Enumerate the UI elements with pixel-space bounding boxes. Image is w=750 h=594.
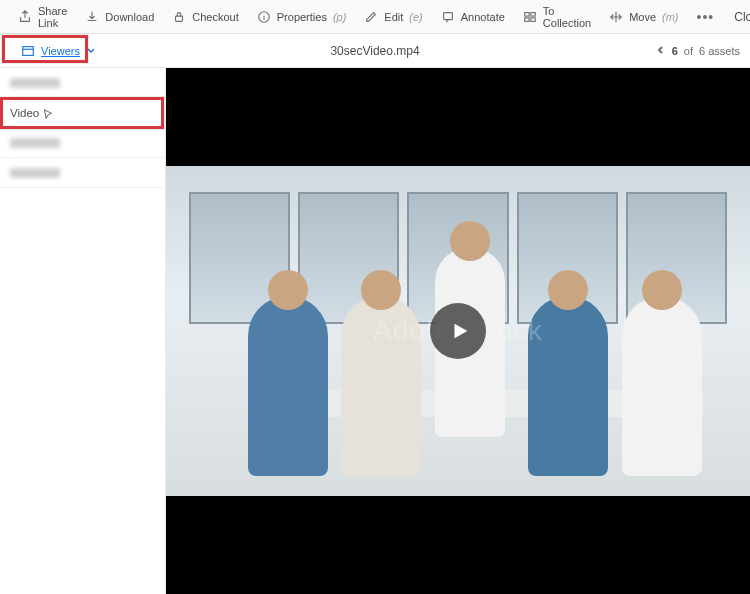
svg-rect-4 — [531, 12, 535, 16]
chevron-down-icon — [86, 46, 96, 56]
sidebar-item-4[interactable] — [0, 158, 165, 188]
move-hint: (m) — [662, 11, 679, 23]
pencil-icon — [364, 10, 378, 24]
sidebar-item-3[interactable] — [0, 128, 165, 158]
more-button[interactable]: ••• — [689, 5, 723, 29]
svg-rect-6 — [531, 17, 535, 21]
svg-rect-3 — [525, 12, 529, 16]
close-button[interactable]: Close — [726, 6, 750, 28]
share-icon — [18, 10, 32, 24]
svg-rect-5 — [525, 17, 529, 21]
sidebar-item-video[interactable]: Video — [0, 98, 165, 128]
svg-rect-7 — [23, 46, 34, 55]
asset-of: of — [684, 45, 693, 57]
share-link-button[interactable]: Share Link — [10, 1, 75, 33]
sidebar-item-video-label: Video — [10, 107, 39, 119]
share-link-label: Share Link — [38, 5, 67, 29]
download-label: Download — [105, 11, 154, 23]
collection-icon — [523, 10, 537, 24]
asset-filename: 30secVideo.mp4 — [330, 44, 419, 58]
properties-label: Properties — [277, 11, 327, 23]
to-collection-label: To Collection — [543, 5, 591, 29]
properties-button[interactable]: Properties (p) — [249, 6, 355, 28]
top-toolbar: Share Link Download Checkout Properties … — [0, 0, 750, 34]
asset-total: 6 assets — [699, 45, 740, 57]
move-icon — [609, 10, 623, 24]
viewers-sidebar: Video — [0, 68, 166, 594]
play-button[interactable] — [430, 303, 486, 359]
to-collection-button[interactable]: To Collection — [515, 1, 599, 33]
cursor-icon — [40, 108, 54, 124]
annotate-icon — [441, 10, 455, 24]
lock-icon — [172, 10, 186, 24]
move-button[interactable]: Move (m) — [601, 6, 686, 28]
asset-current: 6 — [672, 45, 678, 57]
play-icon — [449, 320, 471, 342]
properties-hint: (p) — [333, 11, 346, 23]
svg-rect-0 — [176, 16, 183, 21]
download-icon — [85, 10, 99, 24]
edit-button[interactable]: Edit (e) — [356, 6, 430, 28]
info-icon — [257, 10, 271, 24]
edit-label: Edit — [384, 11, 403, 23]
edit-hint: (e) — [409, 11, 422, 23]
annotate-button[interactable]: Annotate — [433, 6, 513, 28]
secondary-bar: Viewers 30secVideo.mp4 6 of 6 assets — [0, 34, 750, 68]
chevron-left-icon[interactable] — [656, 45, 666, 57]
video-frame: Adobe Stock — [166, 166, 750, 496]
sidebar-item-1[interactable] — [0, 68, 165, 98]
annotate-label: Annotate — [461, 11, 505, 23]
asset-counter: 6 of 6 assets — [656, 45, 740, 57]
checkout-button[interactable]: Checkout — [164, 6, 246, 28]
viewers-dropdown[interactable]: Viewers — [10, 39, 107, 63]
svg-rect-2 — [443, 12, 452, 19]
viewers-icon — [21, 44, 35, 58]
checkout-label: Checkout — [192, 11, 238, 23]
main-area: Video Adobe Stock — [0, 68, 750, 594]
video-viewer: Adobe Stock — [166, 68, 750, 594]
viewers-label: Viewers — [41, 45, 80, 57]
move-label: Move — [629, 11, 656, 23]
download-button[interactable]: Download — [77, 6, 162, 28]
